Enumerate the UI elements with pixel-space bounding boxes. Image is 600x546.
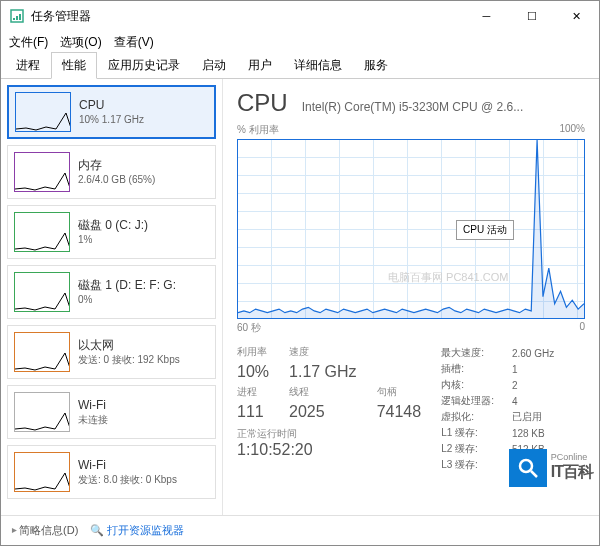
stat-label: 进程 [237,385,269,399]
tab-startup[interactable]: 启动 [191,52,237,79]
menubar: 文件(F) 选项(O) 查看(V) [1,31,599,53]
uptime-value: 1:10:52:20 [237,441,421,459]
fewer-details-button[interactable]: ▾ 简略信息(D) [11,523,78,538]
sidebar-item-label: 磁盘 1 (D: E: F: G: [78,277,176,294]
statusbar: ▾ 简略信息(D) 🔍 打开资源监视器 [1,515,599,545]
svg-point-4 [520,460,532,472]
net-thumb-icon [14,332,70,372]
close-button[interactable]: ✕ [554,1,599,31]
sidebar-item-value: 2.6/4.0 GB (65%) [78,173,155,187]
spec-val: 1 [512,361,554,377]
minimize-button[interactable]: ─ [464,1,509,31]
tab-processes[interactable]: 进程 [5,52,51,79]
svg-rect-2 [16,16,18,20]
window-title: 任务管理器 [31,8,464,25]
spec-val: 已启用 [512,409,554,425]
detail-pane: CPU Intel(R) Core(TM) i5-3230M CPU @ 2.6… [223,79,599,515]
tab-app-history[interactable]: 应用历史记录 [97,52,191,79]
spec-key: 虚拟化: [441,409,512,425]
sidebar: CPU10% 1.17 GHz内存2.6/4.0 GB (65%)磁盘 0 (C… [1,79,223,515]
spec-row: 逻辑处理器:4 [441,393,554,409]
spec-key: L1 缓存: [441,425,512,441]
stat-value: 1.17 GHz [289,363,357,381]
tab-details[interactable]: 详细信息 [283,52,353,79]
sidebar-item-label: 磁盘 0 (C: J:) [78,217,148,234]
disk-thumb-icon [14,212,70,252]
chart-xright: 0 [579,321,585,335]
stat-label: 句柄 [377,385,422,399]
spec-row: 插槽:1 [441,361,554,377]
detail-title: CPU [237,89,288,117]
spec-key: 逻辑处理器: [441,393,512,409]
menu-file[interactable]: 文件(F) [9,34,48,51]
net-thumb-icon [14,452,70,492]
sidebar-item-cpu-0[interactable]: CPU10% 1.17 GHz [7,85,216,139]
spec-val: 2.60 GHz [512,345,554,361]
spec-val: 128 KB [512,425,554,441]
spec-key: L3 缓存: [441,457,512,473]
cpu-thumb-icon [15,92,71,132]
mem-thumb-icon [14,152,70,192]
stat-label: 利用率 [237,345,269,359]
spec-row: 虚拟化:已启用 [441,409,554,425]
stat-value: 74148 [377,403,422,421]
svg-line-5 [531,471,537,477]
uptime-label: 正常运行时间 [237,427,421,441]
maximize-button[interactable]: ☐ [509,1,554,31]
sidebar-item-disk-3[interactable]: 磁盘 1 (D: E: F: G:0% [7,265,216,319]
svg-rect-1 [13,18,15,20]
chart-ymax: 100% [559,123,585,137]
spec-key: 内核: [441,377,512,393]
sidebar-item-value: 0% [78,293,176,307]
sidebar-item-net-4[interactable]: 以太网发送: 0 接收: 192 Kbps [7,325,216,379]
detail-subtitle: Intel(R) Core(TM) i5-3230M CPU @ 2.6... [302,100,585,114]
stat-value: 2025 [289,403,357,421]
spec-key: 插槽: [441,361,512,377]
watermark-logo: PConline IT百科 [509,449,593,487]
sidebar-item-wifi-5[interactable]: Wi-Fi未连接 [7,385,216,439]
stat-value: 111 [237,403,269,421]
sidebar-item-disk-2[interactable]: 磁盘 0 (C: J:)1% [7,205,216,259]
spec-key: 最大速度: [441,345,512,361]
chevron-down-icon: ▾ [8,528,19,533]
app-icon [9,8,25,24]
stat-label: 速度 [289,345,357,359]
sidebar-item-mem-1[interactable]: 内存2.6/4.0 GB (65%) [7,145,216,199]
svg-rect-3 [19,14,21,20]
sidebar-item-value: 发送: 8.0 接收: 0 Kbps [78,473,177,487]
wifi-thumb-icon [14,392,70,432]
spec-val: 4 [512,393,554,409]
sidebar-item-value: 未连接 [78,413,108,427]
sidebar-item-label: Wi-Fi [78,457,177,474]
tab-users[interactable]: 用户 [237,52,283,79]
menu-view[interactable]: 查看(V) [114,34,154,51]
sidebar-item-label: CPU [79,97,144,114]
chart-ylabel: % 利用率 [237,123,279,137]
spec-val: 2 [512,377,554,393]
sidebar-item-value: 10% 1.17 GHz [79,113,144,127]
menu-options[interactable]: 选项(O) [60,34,101,51]
tab-performance[interactable]: 性能 [51,52,97,79]
tab-services[interactable]: 服务 [353,52,399,79]
sidebar-item-value: 1% [78,233,148,247]
sidebar-item-label: Wi-Fi [78,397,108,414]
open-resmon-link[interactable]: 🔍 打开资源监视器 [90,523,184,538]
chart-xlabel: 60 秒 [237,321,261,335]
disk-thumb-icon [14,272,70,312]
spec-key: L2 缓存: [441,441,512,457]
stat-value: 10% [237,363,269,381]
spec-row: 内核:2 [441,377,554,393]
sidebar-item-label: 内存 [78,157,155,174]
chart-tooltip: CPU 活动 [456,220,514,240]
sidebar-item-value: 发送: 0 接收: 192 Kbps [78,353,180,367]
cpu-chart: 电脑百事网 PC841.COM CPU 活动 [237,139,585,319]
spec-row: L1 缓存:128 KB [441,425,554,441]
sidebar-item-label: 以太网 [78,337,180,354]
tab-bar: 进程 性能 应用历史记录 启动 用户 详细信息 服务 [1,53,599,79]
spec-row: 最大速度:2.60 GHz [441,345,554,361]
sidebar-item-net-6[interactable]: Wi-Fi发送: 8.0 接收: 0 Kbps [7,445,216,499]
stat-label: 线程 [289,385,357,399]
